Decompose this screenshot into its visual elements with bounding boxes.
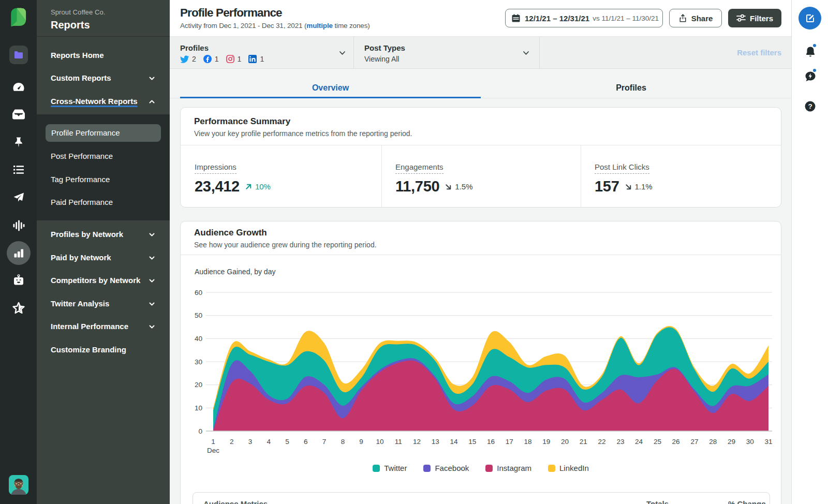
svg-text:10: 10 — [195, 404, 202, 412]
svg-text:22: 22 — [598, 438, 606, 446]
svg-text:7: 7 — [322, 438, 327, 446]
svg-text:31: 31 — [764, 438, 772, 446]
svg-text:4: 4 — [267, 438, 271, 446]
svg-text:?: ? — [808, 102, 812, 110]
svg-text:2: 2 — [230, 438, 234, 446]
svg-text:10: 10 — [376, 438, 383, 446]
svg-text:13: 13 — [432, 438, 439, 446]
svg-text:Dec: Dec — [207, 447, 219, 454]
svg-text:11: 11 — [395, 438, 402, 446]
svg-text:23: 23 — [616, 438, 624, 446]
svg-text:27: 27 — [690, 438, 698, 446]
svg-text:21: 21 — [580, 438, 587, 446]
svg-text:30: 30 — [746, 438, 754, 446]
svg-text:14: 14 — [450, 438, 458, 446]
svg-text:26: 26 — [672, 438, 680, 446]
svg-text:30: 30 — [195, 358, 202, 366]
svg-text:60: 60 — [195, 289, 202, 297]
svg-text:16: 16 — [487, 438, 495, 446]
svg-text:5: 5 — [285, 438, 289, 446]
svg-text:20: 20 — [195, 381, 202, 389]
svg-text:24: 24 — [635, 438, 643, 446]
svg-text:12: 12 — [413, 438, 421, 446]
svg-text:15: 15 — [468, 438, 476, 446]
svg-text:29: 29 — [728, 438, 735, 446]
svg-text:19: 19 — [542, 438, 550, 446]
svg-text:17: 17 — [506, 438, 513, 446]
svg-text:0: 0 — [198, 427, 202, 435]
svg-text:1: 1 — [211, 438, 215, 446]
svg-text:20: 20 — [561, 438, 569, 446]
svg-text:3: 3 — [248, 438, 253, 446]
svg-text:25: 25 — [654, 438, 661, 446]
svg-text:18: 18 — [524, 438, 531, 446]
svg-text:40: 40 — [195, 335, 202, 343]
svg-text:28: 28 — [709, 438, 717, 446]
svg-text:8: 8 — [341, 438, 345, 446]
svg-text:50: 50 — [195, 312, 202, 319]
svg-text:9: 9 — [359, 438, 363, 446]
svg-text:6: 6 — [304, 438, 308, 446]
